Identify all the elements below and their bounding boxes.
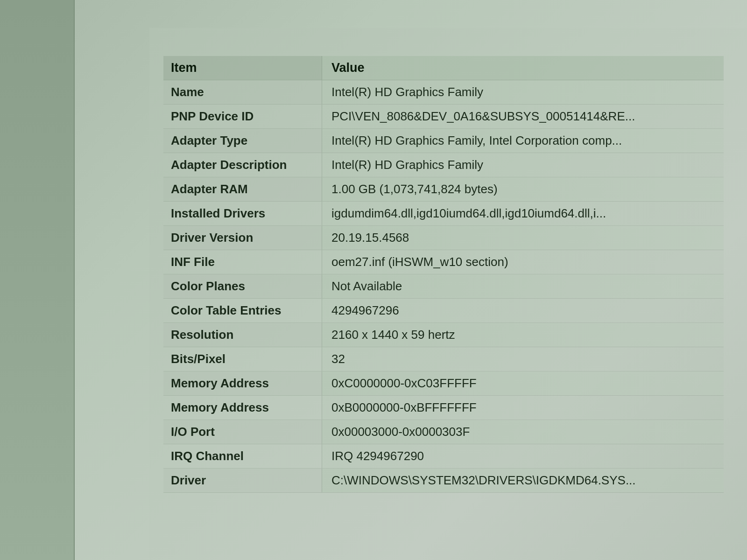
item-cell: Memory Address: [163, 396, 322, 420]
item-cell: Adapter Type: [163, 129, 322, 153]
item-cell: Color Table Entries: [163, 299, 322, 322]
item-cell: Name: [163, 80, 322, 104]
value-cell: Intel(R) HD Graphics Family: [322, 153, 724, 177]
item-cell: Bits/Pixel: [163, 347, 322, 371]
item-cell: Resolution: [163, 323, 322, 347]
table-row: Driver C:\WINDOWS\SYSTEM32\DRIVERS\IGDKM…: [163, 469, 724, 493]
item-cell: INF File: [163, 250, 322, 274]
value-cell: igdumdim64.dll,igd10iumd64.dll,igd10iumd…: [322, 202, 724, 225]
table-row: Adapter Description Intel(R) HD Graphics…: [163, 153, 724, 177]
table-row: Adapter Type Intel(R) HD Graphics Family…: [163, 129, 724, 153]
value-cell: 4294967296: [322, 299, 724, 322]
table-row: Driver Version 20.19.15.4568: [163, 226, 724, 250]
value-cell: IRQ 4294967290: [322, 444, 724, 468]
content-area: Item Value Name Intel(R) HD Graphics Fam…: [149, 28, 747, 560]
header-item-cell: Item: [163, 56, 322, 80]
item-cell: Driver: [163, 469, 322, 492]
table-row: Memory Address 0xB0000000-0xBFFFFFFF: [163, 396, 724, 420]
value-cell: 0x00003000-0x0000303F: [322, 420, 724, 444]
item-cell: Color Planes: [163, 274, 322, 298]
value-cell: 0xB0000000-0xBFFFFFFF: [322, 396, 724, 420]
item-cell: I/O Port: [163, 420, 322, 444]
item-cell: Adapter Description: [163, 153, 322, 177]
info-table: Item Value Name Intel(R) HD Graphics Fam…: [163, 56, 724, 493]
value-cell: 0xC0000000-0xC03FFFFF: [322, 371, 724, 395]
value-cell: PCI\VEN_8086&DEV_0A16&SUBSYS_00051414&RE…: [322, 105, 724, 128]
value-cell: 1.00 GB (1,073,741,824 bytes): [322, 177, 724, 201]
value-cell: Intel(R) HD Graphics Family: [322, 80, 724, 104]
value-cell: 20.19.15.4568: [322, 226, 724, 250]
table-row: IRQ Channel IRQ 4294967290: [163, 444, 724, 469]
table-header-row: Item Value: [163, 56, 724, 80]
table-row: Adapter RAM 1.00 GB (1,073,741,824 bytes…: [163, 177, 724, 202]
header-value-cell: Value: [322, 56, 724, 80]
table-row: Color Table Entries 4294967296: [163, 299, 724, 323]
table-row: Name Intel(R) HD Graphics Family: [163, 80, 724, 105]
value-cell: Intel(R) HD Graphics Family, Intel Corpo…: [322, 129, 724, 153]
table-row: I/O Port 0x00003000-0x0000303F: [163, 420, 724, 444]
item-cell: Adapter RAM: [163, 177, 322, 201]
value-cell: 2160 x 1440 x 59 hertz: [322, 323, 724, 347]
table-row: Installed Drivers igdumdim64.dll,igd10iu…: [163, 202, 724, 226]
value-cell: C:\WINDOWS\SYSTEM32\DRIVERS\IGDKMD64.SYS…: [322, 469, 724, 492]
item-cell: IRQ Channel: [163, 444, 322, 468]
item-cell: Memory Address: [163, 371, 322, 395]
value-cell: 32: [322, 347, 724, 371]
table-row: Color Planes Not Available: [163, 274, 724, 299]
item-cell: Driver Version: [163, 226, 322, 250]
table-row: PNP Device ID PCI\VEN_8086&DEV_0A16&SUBS…: [163, 105, 724, 129]
table-row: INF File oem27.inf (iHSWM_w10 section): [163, 250, 724, 274]
left-sidebar: [0, 0, 75, 560]
value-cell: Not Available: [322, 274, 724, 298]
table-row: Memory Address 0xC0000000-0xC03FFFFF: [163, 371, 724, 396]
table-row: Bits/Pixel 32: [163, 347, 724, 371]
table-row: Resolution 2160 x 1440 x 59 hertz: [163, 323, 724, 347]
item-cell: PNP Device ID: [163, 105, 322, 128]
item-cell: Installed Drivers: [163, 202, 322, 225]
value-cell: oem27.inf (iHSWM_w10 section): [322, 250, 724, 274]
